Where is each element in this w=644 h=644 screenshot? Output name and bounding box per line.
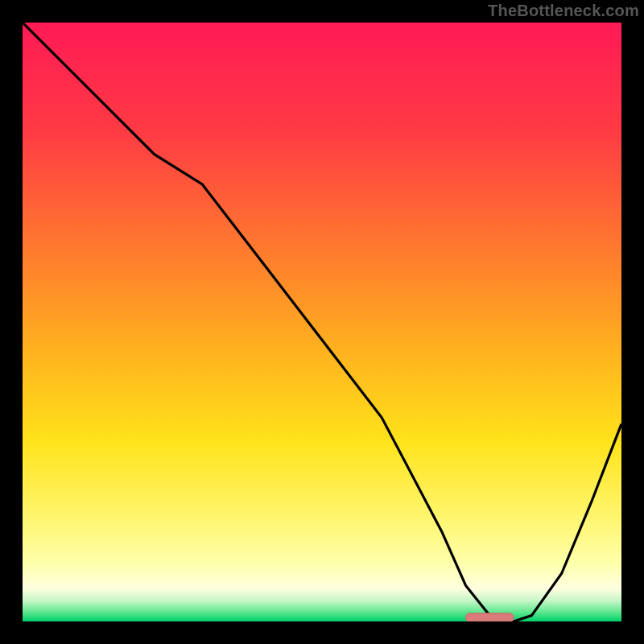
watermark-label: TheBottleneck.com	[488, 2, 639, 20]
optimal-marker	[466, 613, 514, 621]
chart-frame: TheBottleneck.com	[0, 0, 644, 644]
chart-svg	[23, 23, 621, 621]
plot-area	[23, 23, 621, 621]
